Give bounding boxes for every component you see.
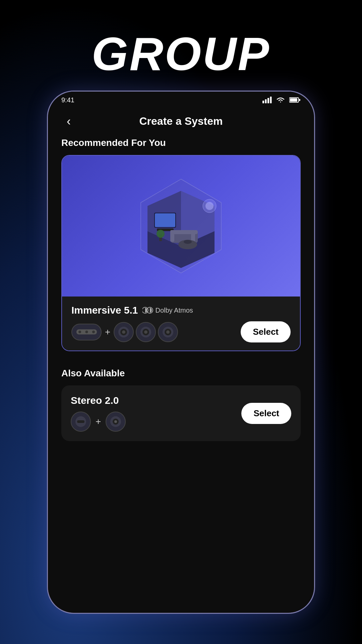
avail-speaker-svg-2 [109, 415, 122, 428]
content-area: Recommended For You [48, 138, 314, 441]
svg-point-43 [114, 420, 117, 423]
svg-rect-1 [265, 99, 267, 103]
header-title: Create a System [139, 115, 223, 127]
available-select-button[interactable]: Select [241, 403, 291, 424]
card-info-row: + [71, 321, 291, 342]
card-image [62, 156, 300, 297]
svg-rect-17 [191, 230, 195, 242]
avail-speaker-2 [106, 412, 126, 432]
phone-frame: 9:41 [47, 91, 315, 614]
speaker-1 [114, 322, 134, 342]
status-bar: 9:41 [48, 92, 314, 108]
back-button[interactable]: ‹ [61, 114, 76, 129]
card-name: Immersive 5.1 Dolby Atmos [71, 305, 291, 316]
svg-point-38 [166, 330, 170, 334]
svg-rect-16 [170, 230, 174, 242]
svg-rect-40 [77, 420, 84, 423]
speaker-3 [158, 322, 178, 342]
speaker-group [114, 322, 178, 342]
plus-sign: + [105, 327, 110, 337]
signal-icon [262, 97, 272, 103]
dolby-badge: Dolby Atmos [142, 307, 193, 314]
time: 9:41 [61, 96, 74, 104]
status-icons [262, 97, 301, 103]
svg-point-27 [78, 331, 81, 333]
room-illustration [127, 172, 235, 280]
avail-plus: + [96, 416, 101, 427]
svg-rect-2 [267, 98, 269, 103]
speaker-svg-1 [117, 326, 130, 338]
avail-product-icons: + [71, 412, 241, 432]
back-chevron-icon: ‹ [67, 115, 71, 127]
recommended-card: Immersive 5.1 Dolby Atmos [61, 155, 301, 351]
phone-screen: 9:41 [48, 92, 314, 613]
avail-info: Stereo 2.0 + [71, 395, 241, 432]
speaker-svg-3 [162, 326, 174, 338]
svg-point-35 [144, 330, 147, 334]
svg-rect-12 [155, 213, 175, 227]
card-bottom: Immersive 5.1 Dolby Atmos [62, 297, 300, 351]
recommended-label: Recommended For You [61, 138, 301, 148]
svg-rect-5 [290, 98, 297, 102]
svg-point-23 [184, 240, 192, 244]
svg-point-29 [92, 331, 95, 333]
header: ‹ Create a System [48, 108, 314, 138]
svg-point-19 [157, 230, 165, 238]
soundbar-icon [71, 324, 102, 340]
svg-rect-6 [299, 99, 300, 101]
battery-icon [289, 97, 301, 103]
speaker-2 [136, 322, 156, 342]
recommended-select-button[interactable]: Select [241, 321, 291, 342]
soundbar-svg [76, 328, 98, 336]
speaker-svg-2 [139, 326, 152, 338]
svg-rect-3 [270, 97, 272, 103]
svg-point-32 [122, 330, 125, 334]
page-title: GROUP [0, 27, 362, 81]
svg-point-21 [205, 202, 214, 210]
svg-rect-0 [262, 101, 264, 103]
avail-speaker-1 [71, 412, 91, 432]
available-card: Stereo 2.0 + [61, 385, 301, 441]
avail-name: Stereo 2.0 [71, 395, 241, 406]
avail-speaker-svg-1 [74, 415, 87, 428]
also-available-label: Also Available [61, 368, 301, 379]
wifi-icon [276, 97, 285, 103]
product-icons: + [71, 322, 178, 342]
svg-point-28 [85, 331, 88, 333]
dolby-icon [142, 307, 153, 314]
